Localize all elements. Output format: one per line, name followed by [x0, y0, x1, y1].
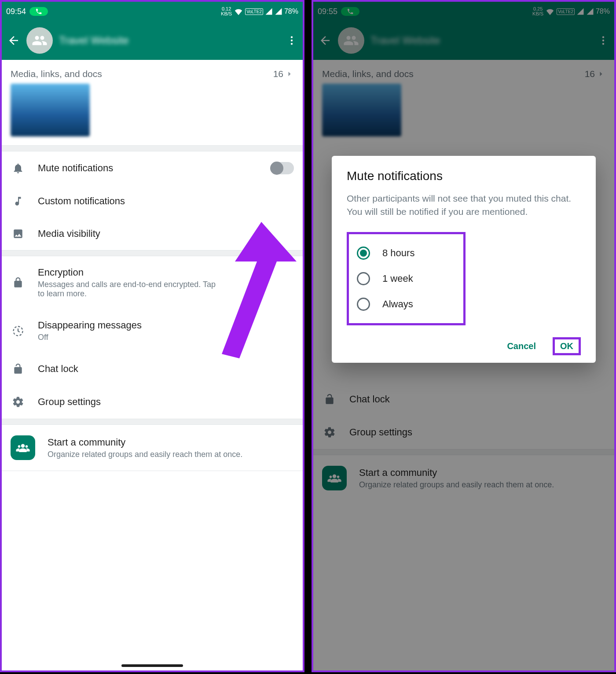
community-icon	[11, 435, 35, 460]
radio-1-week[interactable]: 1 week	[356, 266, 456, 291]
timer-icon	[11, 325, 26, 337]
group-title[interactable]: Travel Website	[59, 34, 129, 47]
screenshot-right: 09:55 0.25KB/S VoLTE2 78% Travel Website	[312, 0, 616, 672]
music-note-icon	[11, 195, 26, 207]
media-links-docs-row[interactable]: Media, links, and docs 16	[11, 60, 294, 84]
group-avatar[interactable]	[26, 27, 53, 54]
content-area: Media, links, and docs 16 Mute notificat…	[2, 60, 303, 670]
start-community-row[interactable]: Start a community Organize related group…	[2, 425, 303, 471]
signal-icon	[265, 7, 273, 15]
gear-icon	[11, 396, 26, 408]
dialog-body: Other participants will not see that you…	[347, 192, 581, 219]
annotation-arrow	[209, 222, 297, 363]
svg-marker-4	[222, 222, 297, 358]
svg-point-1	[291, 40, 293, 41]
dialog-title: Mute notifications	[347, 169, 581, 183]
custom-label: Custom notifications	[38, 195, 294, 207]
media-thumbnail[interactable]	[11, 84, 90, 136]
more-menu-button[interactable]	[286, 35, 297, 46]
group-settings-label: Group settings	[38, 396, 294, 408]
media-label: Media, links, and docs	[11, 69, 102, 79]
signal-icon-2	[275, 7, 282, 15]
mute-label: Mute notifications	[38, 162, 259, 174]
call-indicator	[29, 7, 48, 16]
chevron-right-icon	[285, 70, 294, 78]
bell-icon	[11, 162, 26, 174]
community-sub: Organize related groups and easily reach…	[48, 450, 268, 459]
radio-always[interactable]: Always	[356, 291, 456, 317]
mute-notifications-row[interactable]: Mute notifications	[2, 151, 303, 185]
status-time: 09:54	[6, 7, 26, 16]
encryption-sub: Messages and calls are end-to-end encryp…	[38, 280, 223, 298]
radio-label: 8 hours	[382, 247, 414, 259]
mute-toggle[interactable]	[271, 162, 294, 174]
volte-icon: VoLTE2	[245, 8, 263, 15]
mute-duration-options: 8 hours 1 week Always	[347, 232, 466, 325]
ok-button[interactable]: OK	[557, 337, 577, 355]
section-divider	[2, 419, 303, 425]
radio-8-hours[interactable]: 8 hours	[356, 240, 456, 266]
back-button[interactable]	[7, 34, 20, 47]
lock-icon	[11, 277, 26, 288]
custom-notifications-row[interactable]: Custom notifications	[2, 185, 303, 217]
radio-icon	[357, 298, 370, 311]
disappearing-sub: Off	[38, 333, 223, 342]
wifi-icon	[234, 7, 243, 16]
padlock-icon	[11, 363, 26, 375]
cancel-button[interactable]: Cancel	[503, 337, 539, 356]
radio-selected-icon	[357, 247, 370, 260]
battery-text: 78%	[284, 7, 298, 15]
chat-lock-label: Chat lock	[38, 363, 294, 375]
radio-label: 1 week	[382, 273, 413, 284]
status-bar: 09:54 0.12KB/S VoLTE2 78%	[2, 2, 303, 21]
svg-point-0	[291, 36, 293, 38]
nav-bar-handle	[121, 664, 183, 667]
community-title: Start a community	[48, 437, 294, 448]
radio-label: Always	[382, 298, 413, 310]
svg-point-2	[291, 43, 293, 44]
image-icon	[11, 228, 26, 239]
screenshot-left: 09:54 0.12KB/S VoLTE2 78% Travel Website	[0, 0, 304, 672]
group-settings-row[interactable]: Group settings	[2, 385, 303, 419]
app-bar: Travel Website	[2, 21, 303, 60]
radio-icon	[357, 272, 370, 285]
media-count: 16	[273, 69, 283, 79]
mute-dialog: Mute notifications Other participants wi…	[332, 156, 596, 363]
section-divider	[2, 145, 303, 151]
